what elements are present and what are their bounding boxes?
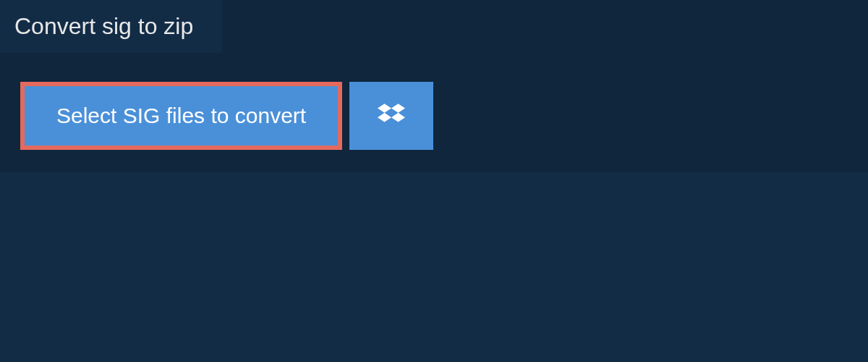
converter-panel: Convert sig to zip Select SIG files to c… bbox=[0, 0, 868, 172]
select-files-label: Select SIG files to convert bbox=[56, 104, 306, 128]
select-files-button[interactable]: Select SIG files to convert bbox=[20, 82, 342, 150]
action-row: Select SIG files to convert bbox=[20, 82, 868, 150]
tab-label: Convert sig to zip bbox=[14, 13, 193, 39]
tab-convert[interactable]: Convert sig to zip bbox=[0, 0, 222, 53]
dropbox-icon bbox=[378, 101, 405, 131]
dropbox-button[interactable] bbox=[349, 82, 433, 150]
